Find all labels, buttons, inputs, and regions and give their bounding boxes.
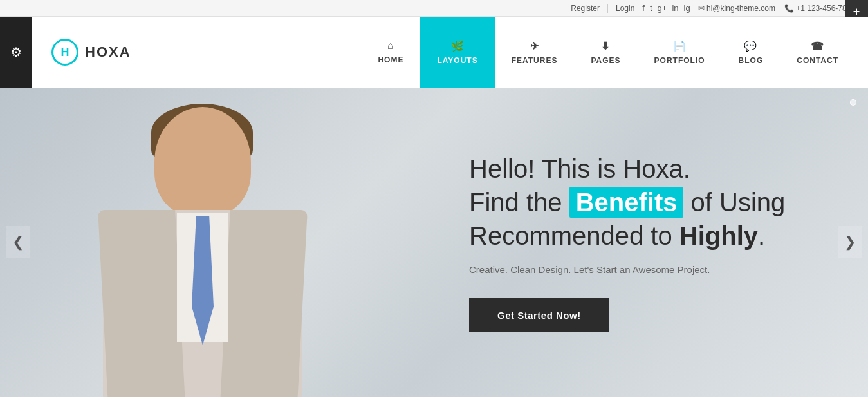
- slider-prev-button[interactable]: ❮: [6, 226, 30, 258]
- logo[interactable]: H HOXA: [51, 39, 131, 66]
- login-link[interactable]: Login: [616, 4, 634, 13]
- slider-dot: [850, 99, 856, 106]
- settings-button[interactable]: ⚙: [0, 17, 32, 88]
- layouts-nav-icon: 🌿: [451, 40, 465, 52]
- person-suit-left: [98, 210, 185, 397]
- instagram-icon[interactable]: ig: [684, 3, 690, 13]
- nav-item-features[interactable]: ✈ FEATURES: [495, 17, 575, 88]
- register-link[interactable]: Register: [571, 4, 600, 13]
- contact-nav-label: CONTACT: [797, 56, 838, 65]
- person-suit-right: [220, 210, 308, 397]
- hero-section: Hello! This is Hoxa. Find the Benefits o…: [0, 88, 868, 397]
- logo-circle: H: [51, 39, 78, 66]
- hero-title-line2: Find the Benefits of Using: [469, 186, 829, 219]
- blog-nav-icon: 💬: [744, 40, 757, 52]
- nav-item-home[interactable]: ⌂ HOME: [361, 17, 420, 88]
- hero-title-line3: Recommended to Highly.: [469, 219, 829, 252]
- hero-content: Hello! This is Hoxa. Find the Benefits o…: [469, 152, 829, 332]
- nav-item-portfolio[interactable]: 📄 PORTFOLIO: [638, 17, 722, 88]
- cta-button[interactable]: Get Started Now!: [469, 298, 609, 332]
- divider: [607, 4, 608, 13]
- facebook-icon[interactable]: f: [642, 3, 645, 13]
- portfolio-nav-label: PORTFOLIO: [654, 56, 705, 65]
- nav-item-pages[interactable]: ⬇ PAGES: [574, 17, 637, 88]
- twitter-icon[interactable]: t: [650, 3, 652, 13]
- pages-nav-icon: ⬇: [601, 40, 610, 52]
- home-nav-label: HOME: [378, 55, 403, 64]
- nav-item-blog[interactable]: 💬 BLOG: [722, 17, 780, 88]
- email-info: ✉ hi@king-theme.com: [698, 4, 775, 13]
- hero-title: Hello! This is Hoxa. Find the Benefits o…: [469, 152, 829, 252]
- hero-subtitle: Creative. Clean Design. Let's Start an A…: [469, 264, 829, 275]
- logo-text: HOXA: [85, 44, 131, 61]
- person-head: [154, 107, 251, 216]
- portfolio-nav-icon: 📄: [673, 40, 687, 52]
- hero-title-line1: Hello! This is Hoxa.: [469, 152, 829, 186]
- social-icons: f t g+ in ig: [642, 3, 690, 13]
- home-nav-icon: ⌂: [387, 40, 394, 52]
- features-nav-icon: ✈: [530, 40, 539, 52]
- hero-highlight: Benefits: [569, 187, 684, 218]
- layouts-nav-label: LAYOUTS: [437, 56, 477, 65]
- main-nav: ⌂ HOME 🌿 LAYOUTS ✈ FEATURES ⬇ PAGES 📄 PO…: [361, 17, 855, 88]
- header: ⚙ H HOXA ⌂ HOME 🌿 LAYOUTS ✈ FEATURES ⬇ P…: [0, 17, 868, 88]
- hero-person-figure: [51, 100, 373, 397]
- nav-item-contact[interactable]: ☎ CONTACT: [780, 17, 855, 88]
- features-nav-label: FEATURES: [512, 56, 558, 65]
- gear-icon: ⚙: [10, 44, 22, 60]
- contact-info: ✉ hi@king-theme.com 📞 +1 123-456-7890: [698, 4, 855, 13]
- pages-nav-label: PAGES: [591, 56, 620, 65]
- top-bar: Register Login f t g+ in ig ✉ hi@king-th…: [0, 0, 868, 17]
- slider-next-button[interactable]: ❯: [838, 226, 862, 258]
- blog-nav-label: BLOG: [739, 56, 764, 65]
- contact-nav-icon: ☎: [811, 40, 824, 52]
- nav-item-layouts[interactable]: 🌿 LAYOUTS: [420, 17, 494, 88]
- linkedin-icon[interactable]: in: [672, 3, 678, 13]
- google-icon[interactable]: g+: [658, 3, 667, 13]
